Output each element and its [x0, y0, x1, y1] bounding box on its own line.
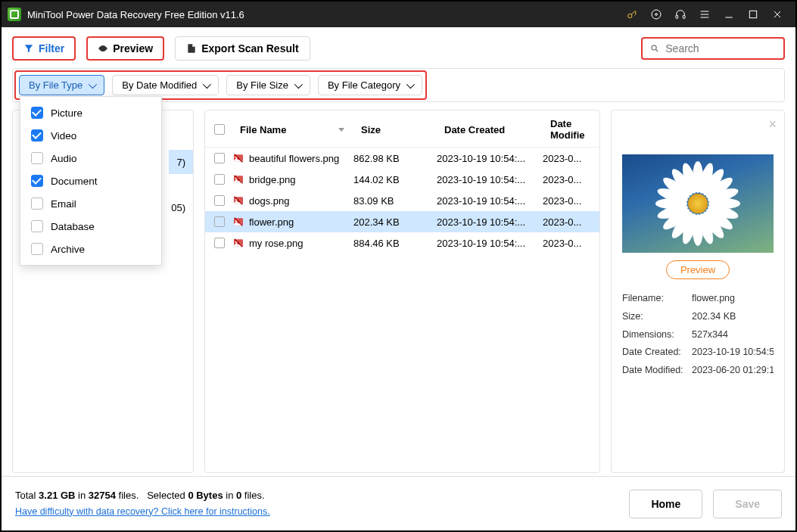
row-checkbox[interactable]	[214, 216, 225, 227]
file-date-created: 2023-10-19 10:54:...	[437, 153, 543, 164]
pill-by-file-category[interactable]: By File Category	[318, 75, 422, 95]
checkbox-icon	[31, 152, 43, 164]
image-file-icon	[232, 194, 244, 207]
filter-label: Filter	[39, 42, 64, 54]
file-date-created: 2023-10-19 10:54:...	[437, 216, 543, 228]
disc-icon[interactable]	[650, 8, 662, 20]
file-type-option[interactable]: Archive	[20, 238, 161, 260]
col-date-created[interactable]: Date Created	[440, 124, 546, 135]
file-size: 83.09 KB	[353, 195, 437, 207]
checkbox-icon	[31, 243, 43, 255]
file-name: flower.png	[249, 216, 294, 228]
key-icon[interactable]	[626, 8, 638, 20]
row-checkbox[interactable]	[214, 238, 225, 248]
preview-button[interactable]: Preview	[86, 36, 164, 61]
svg-point-1	[652, 10, 661, 19]
file-type-option[interactable]: Video	[20, 124, 161, 147]
file-date-modified: 2023-0...	[543, 195, 595, 207]
help-link[interactable]: Have difficulty with data recovery? Clic…	[15, 506, 270, 517]
file-metadata: Filename:flower.png Size:202.34 KB Dimen…	[622, 290, 774, 380]
chevron-down-icon	[89, 79, 97, 88]
file-type-option[interactable]: Database	[20, 215, 161, 238]
image-file-icon	[232, 152, 244, 164]
svg-point-7	[652, 45, 656, 50]
file-date-created: 2023-10-19 10:54:...	[437, 195, 543, 207]
pill-by-date-modified[interactable]: By Date Modified	[112, 75, 219, 95]
svg-point-0	[628, 14, 632, 17]
checkbox-icon	[31, 198, 43, 210]
left-fragment-b: 05)	[169, 195, 193, 219]
table-row[interactable]: beautiful flowers.png 862.98 KB 2023-10-…	[205, 148, 599, 169]
file-type-option[interactable]: Picture	[20, 101, 161, 124]
chevron-down-icon	[294, 79, 303, 88]
svg-point-2	[655, 14, 658, 16]
headphones-icon[interactable]	[674, 8, 686, 20]
minimize-icon[interactable]	[723, 8, 735, 20]
left-fragment-a: 7)	[169, 150, 193, 174]
col-file-name[interactable]: File Name	[235, 124, 356, 135]
row-checkbox[interactable]	[214, 195, 225, 206]
file-date-created: 2023-10-19 10:54:...	[437, 238, 543, 249]
sort-desc-icon	[338, 128, 344, 132]
toolbar: Filter Preview Export Scan Result	[2, 27, 795, 68]
image-file-icon	[232, 173, 244, 185]
table-row[interactable]: bridge.png 144.02 KB 2023-10-19 10:54:..…	[205, 169, 599, 190]
select-all-checkbox[interactable]	[214, 124, 225, 135]
search-box[interactable]	[641, 37, 785, 60]
checkbox-icon	[31, 220, 43, 232]
file-name: my rose.png	[249, 238, 304, 249]
search-input[interactable]	[665, 42, 776, 54]
pill-by-file-type[interactable]: By File Type	[19, 75, 104, 95]
svg-rect-3	[676, 15, 678, 18]
close-preview-icon[interactable]: ×	[768, 117, 777, 132]
option-label: Picture	[51, 107, 83, 119]
save-button[interactable]: Save	[713, 490, 782, 518]
maximize-icon[interactable]	[747, 8, 759, 20]
col-date-modified[interactable]: Date Modifie	[546, 118, 595, 141]
file-date-modified: 2023-0...	[543, 216, 595, 228]
pill-by-file-size[interactable]: By File Size	[226, 75, 310, 95]
file-size: 144.02 KB	[353, 174, 437, 185]
funnel-icon	[23, 43, 34, 54]
close-icon[interactable]	[771, 8, 783, 20]
filter-button[interactable]: Filter	[12, 36, 76, 61]
preview-thumbnail	[622, 154, 774, 253]
home-button[interactable]: Home	[629, 490, 702, 518]
checkbox-icon	[31, 129, 43, 142]
preview-open-button[interactable]: Preview	[666, 260, 730, 279]
status-bar: Total 3.21 GB in 32754 files. Selected 0…	[2, 476, 795, 530]
file-date-modified: 2023-0...	[543, 174, 595, 185]
table-row[interactable]: dogs.png 83.09 KB 2023-10-19 10:54:... 2…	[205, 190, 599, 211]
row-checkbox[interactable]	[214, 153, 225, 163]
file-date-modified: 2023-0...	[543, 153, 595, 164]
row-checkbox[interactable]	[214, 174, 225, 185]
option-label: Video	[51, 130, 76, 142]
app-logo-icon	[8, 8, 21, 21]
table-row[interactable]: flower.png 202.34 KB 2023-10-19 10:54:..…	[205, 211, 599, 232]
title-bar: MiniTool Power Data Recovery Free Editio…	[2, 2, 795, 27]
svg-rect-5	[749, 11, 756, 17]
file-type-dropdown: PictureVideoAudioDocumentEmailDatabaseAr…	[20, 96, 162, 266]
checkbox-icon	[31, 107, 43, 119]
preview-label: Preview	[113, 42, 153, 54]
chevron-down-icon	[203, 79, 211, 88]
file-type-option[interactable]: Document	[20, 170, 161, 192]
option-label: Audio	[51, 153, 77, 164]
file-size: 862.98 KB	[353, 153, 437, 164]
svg-point-6	[101, 47, 104, 50]
table-row[interactable]: my rose.png 884.46 KB 2023-10-19 10:54:.…	[205, 232, 599, 254]
file-size: 202.34 KB	[353, 216, 437, 228]
option-label: Document	[51, 176, 98, 187]
file-date-created: 2023-10-19 10:54:...	[437, 174, 543, 185]
export-button[interactable]: Export Scan Result	[175, 36, 310, 61]
file-type-option[interactable]: Audio	[20, 147, 161, 170]
col-size[interactable]: Size	[356, 124, 440, 135]
checkbox-icon	[31, 175, 43, 187]
search-icon	[650, 43, 659, 54]
chevron-down-icon	[406, 79, 415, 88]
menu-icon[interactable]	[699, 8, 711, 20]
file-name: dogs.png	[249, 195, 290, 207]
file-type-option[interactable]: Email	[20, 192, 161, 215]
app-title: MiniTool Power Data Recovery Free Editio…	[27, 9, 244, 20]
file-date-modified: 2023-0...	[543, 238, 595, 249]
